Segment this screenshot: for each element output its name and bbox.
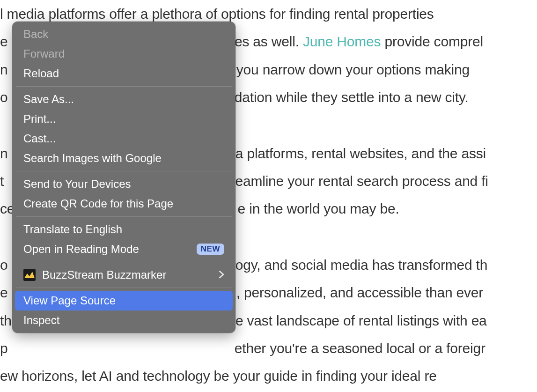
article-text: e vast landscape of rental listings with… xyxy=(235,313,487,328)
article-text: ogy, and social media has transformed th xyxy=(235,257,487,273)
menu-send-to-devices[interactable]: Send to Your Devices xyxy=(15,174,233,194)
article-text: o xyxy=(0,257,8,273)
menu-label: Save As... xyxy=(23,93,224,106)
june-homes-link[interactable]: June Homes xyxy=(303,34,381,49)
menu-label: Inspect xyxy=(23,314,224,327)
article-text: e xyxy=(0,285,8,300)
menu-translate[interactable]: Translate to English xyxy=(15,220,233,239)
article-text: ether you're a seasoned local or a forei… xyxy=(235,340,486,356)
article-text: n xyxy=(0,146,8,161)
menu-forward[interactable]: Forward xyxy=(15,44,233,64)
svg-rect-0 xyxy=(23,269,36,281)
menu-label: Open in Reading Mode xyxy=(23,243,192,256)
menu-label: Search Images with Google xyxy=(23,152,224,165)
menu-divider xyxy=(16,262,232,262)
menu-label: Reload xyxy=(23,67,224,80)
menu-divider xyxy=(16,216,232,217)
article-text: n xyxy=(0,62,8,77)
article-text: o xyxy=(0,89,8,105)
article-text: eamline your rental search process and f… xyxy=(235,173,488,189)
article-text: you narrow down your options making xyxy=(236,62,470,77)
menu-label: Back xyxy=(23,28,224,41)
menu-label: Forward xyxy=(23,47,224,60)
article-text: a platforms, rental websites, and the as… xyxy=(235,146,486,161)
article-text: th xyxy=(0,313,12,328)
menu-search-images[interactable]: Search Images with Google xyxy=(15,148,233,168)
menu-label: View Page Source xyxy=(23,294,224,307)
article-text: l media platforms offer a plethora of op… xyxy=(0,6,434,22)
menu-buzzstream[interactable]: BuzzStream Buzzmarker xyxy=(15,265,233,285)
menu-label: Cast... xyxy=(23,132,224,145)
article-text: t xyxy=(0,173,4,189)
menu-cast[interactable]: Cast... xyxy=(15,129,233,148)
menu-create-qr[interactable]: Create QR Code for this Page xyxy=(15,194,233,214)
menu-label: Create QR Code for this Page xyxy=(23,197,224,210)
chevron-right-icon xyxy=(219,270,224,281)
menu-divider xyxy=(16,86,232,87)
article-text: dation while they settle into a new city… xyxy=(235,89,469,105)
menu-label: Send to Your Devices xyxy=(23,178,224,191)
menu-divider xyxy=(16,288,232,288)
menu-reload[interactable]: Reload xyxy=(15,64,233,83)
buzzstream-icon xyxy=(23,269,36,281)
menu-view-page-source[interactable]: View Page Source xyxy=(15,291,233,311)
menu-divider xyxy=(16,171,232,171)
menu-back[interactable]: Back xyxy=(15,24,233,44)
menu-label: BuzzStream Buzzmarker xyxy=(42,268,219,281)
menu-label: Print... xyxy=(23,112,224,126)
article-text: , personalized, and accessible than ever xyxy=(236,285,483,300)
menu-print[interactable]: Print... xyxy=(15,109,233,129)
article-text: e in the world you may be. xyxy=(238,201,399,216)
article-text: tes as well. xyxy=(231,34,303,49)
article-text: ew horizons, let AI and technology be yo… xyxy=(0,368,437,384)
menu-reading-mode[interactable]: Open in Reading Mode NEW xyxy=(15,239,233,259)
context-menu: Back Forward Reload Save As... Print... … xyxy=(12,22,235,333)
menu-save-as[interactable]: Save As... xyxy=(15,89,233,109)
menu-label: Translate to English xyxy=(23,223,224,236)
menu-inspect[interactable]: Inspect xyxy=(15,311,233,330)
article-text: e xyxy=(0,34,8,49)
article-text: provide comprel xyxy=(381,34,483,49)
new-badge: NEW xyxy=(197,244,224,255)
article-text: p xyxy=(0,340,8,356)
